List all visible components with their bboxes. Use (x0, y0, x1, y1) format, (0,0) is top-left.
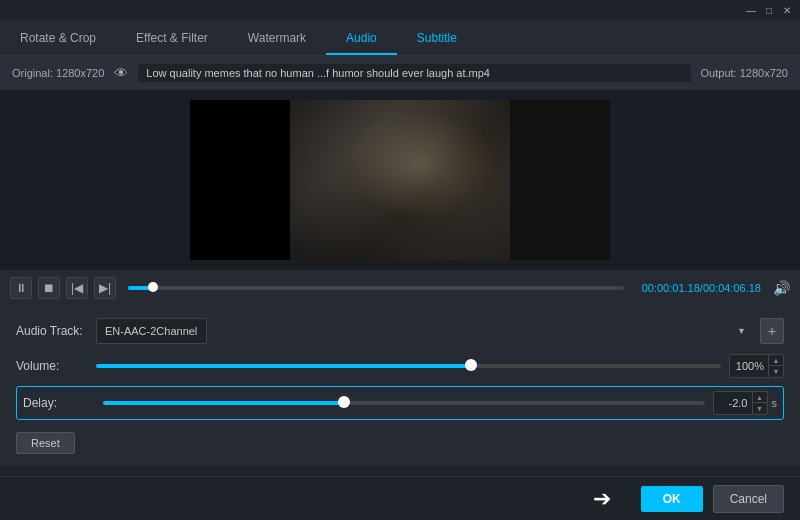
next-button[interactable]: ▶| (94, 277, 116, 299)
volume-value: 100% (730, 360, 768, 372)
tab-effect-filter[interactable]: Effect & Filter (116, 23, 228, 55)
video-preview-area (0, 90, 800, 270)
volume-row: Volume: 100% ▲ ▼ (16, 354, 784, 378)
delay-unit: s (772, 397, 778, 409)
arrow-icon: ➔ (593, 486, 611, 512)
tab-rotate-crop[interactable]: Rotate & Crop (0, 23, 116, 55)
delay-slider-track[interactable] (103, 401, 705, 405)
cancel-button[interactable]: Cancel (713, 485, 784, 513)
delay-spin-up[interactable]: ▲ (753, 392, 767, 403)
video-black-right (510, 100, 610, 260)
original-size-label: Original: 1280x720 (12, 67, 104, 79)
progress-bar[interactable] (128, 286, 624, 290)
volume-spin-up[interactable]: ▲ (769, 355, 783, 366)
volume-spinners: ▲ ▼ (768, 355, 783, 377)
tab-bar: Rotate & Crop Effect & Filter Watermark … (0, 20, 800, 56)
progress-thumb[interactable] (148, 282, 158, 292)
reset-button[interactable]: Reset (16, 432, 75, 454)
volume-spin-down[interactable]: ▼ (769, 366, 783, 377)
volume-icon[interactable]: 🔊 (773, 280, 790, 296)
volume-fill (96, 364, 471, 368)
prev-button[interactable]: |◀ (66, 277, 88, 299)
tab-audio[interactable]: Audio (326, 23, 397, 55)
tab-subtitle[interactable]: Subtitle (397, 23, 477, 55)
filename-display: Low quality memes that no human ...f hum… (138, 64, 690, 82)
audio-panel: Audio Track: EN-AAC-2Channel + Volume: 1… (0, 306, 800, 466)
delay-value-box: -2.0 ▲ ▼ (713, 391, 768, 415)
close-button[interactable]: ✕ (780, 3, 794, 17)
tab-watermark[interactable]: Watermark (228, 23, 326, 55)
volume-thumb[interactable] (465, 359, 477, 371)
volume-label: Volume: (16, 359, 96, 373)
time-total: 00:04:06.18 (703, 282, 761, 294)
video-black-left (190, 100, 290, 260)
stop-button[interactable]: ⏹ (38, 277, 60, 299)
output-size-label: Output: 1280x720 (701, 67, 788, 79)
volume-value-box: 100% ▲ ▼ (729, 354, 784, 378)
add-track-button[interactable]: + (760, 318, 784, 344)
delay-row-wrapper: Delay: -2.0 ▲ ▼ s (16, 386, 784, 420)
eye-icon[interactable]: 👁 (114, 65, 128, 81)
delay-value: -2.0 (714, 397, 752, 409)
video-thumbnail (290, 100, 510, 260)
audio-track-select-wrapper: EN-AAC-2Channel (96, 318, 754, 344)
title-bar: — □ ✕ (0, 0, 800, 20)
time-current: 00:00:01.18 (642, 282, 700, 294)
delay-spin-down[interactable]: ▼ (753, 403, 767, 414)
info-bar: Original: 1280x720 👁 Low quality memes t… (0, 56, 800, 90)
ok-button[interactable]: OK (641, 486, 703, 512)
audio-track-select[interactable]: EN-AAC-2Channel (96, 318, 207, 344)
maximize-button[interactable]: □ (762, 3, 776, 17)
audio-track-row: Audio Track: EN-AAC-2Channel + (16, 318, 784, 344)
playback-bar: ⏸ ⏹ |◀ ▶| 00:00:01.18/00:04:06.18 🔊 (0, 270, 800, 306)
time-display: 00:00:01.18/00:04:06.18 (642, 282, 761, 294)
audio-track-label: Audio Track: (16, 324, 96, 338)
volume-slider-track[interactable] (96, 364, 721, 368)
delay-row: Delay: -2.0 ▲ ▼ s (23, 391, 777, 415)
delay-fill (103, 401, 344, 405)
pause-button[interactable]: ⏸ (10, 277, 32, 299)
delay-thumb[interactable] (338, 396, 350, 408)
delay-spinners: ▲ ▼ (752, 392, 767, 414)
bottom-bar: ➔ OK Cancel (0, 476, 800, 520)
minimize-button[interactable]: — (744, 3, 758, 17)
delay-label: Delay: (23, 396, 103, 410)
